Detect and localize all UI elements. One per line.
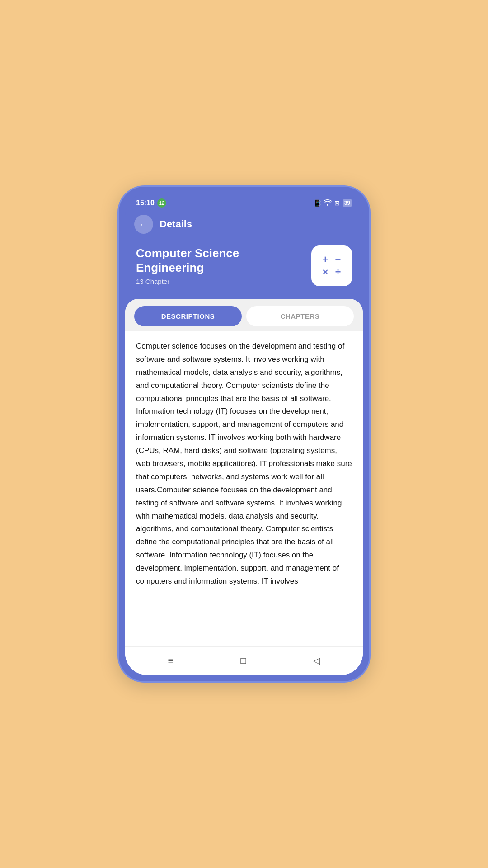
back-arrow-icon: ← [139,219,148,230]
tab-chapters[interactable]: CHAPTERS [246,306,354,326]
plus-icon: + [320,254,331,265]
wifi-icon [324,199,332,207]
home-nav-icon[interactable]: □ [231,654,255,668]
book-icon-box: + − × ÷ [311,245,352,286]
phone-screen: 15:10 12 📳 ⊠ 39 ← Details [125,193,363,675]
time-display: 15:10 [136,199,155,207]
page-title: Details [160,218,192,230]
status-icons-area: 📳 ⊠ 39 [313,199,352,207]
status-bar: 15:10 12 📳 ⊠ 39 [125,193,363,210]
chapter-count: 13 Chapter [136,278,272,285]
multiply-icon: × [320,267,331,278]
math-symbols-grid: + − × ÷ [320,254,343,278]
nav-bar: ≡ □ ◁ [125,646,363,675]
description-text: Computer science focuses on the developm… [136,340,352,588]
back-nav-icon[interactable]: ◁ [304,653,329,668]
tabs-container: DESCRIPTIONS CHAPTERS [125,299,363,331]
battery-icon: 39 [343,199,352,207]
notification-badge: 12 [157,198,166,208]
book-title: Computer Science Engineering [136,246,272,274]
divide-icon: ÷ [333,267,343,278]
minus-icon: − [333,254,343,265]
book-text-area: Computer Science Engineering 13 Chapter [136,246,272,285]
content-area: DESCRIPTIONS CHAPTERS Computer science f… [125,299,363,675]
back-button[interactable]: ← [134,215,153,234]
header-bar: ← Details [125,210,363,241]
book-info-section: Computer Science Engineering 13 Chapter … [125,241,363,299]
tab-descriptions[interactable]: DESCRIPTIONS [134,306,242,326]
phone-frame: 15:10 12 📳 ⊠ 39 ← Details [117,185,371,683]
screen-icon: ⊠ [334,199,340,207]
vibrate-icon: 📳 [313,199,321,207]
menu-nav-icon[interactable]: ≡ [159,654,183,668]
description-content[interactable]: Computer science focuses on the developm… [125,331,363,646]
status-time-area: 15:10 12 [136,198,166,208]
